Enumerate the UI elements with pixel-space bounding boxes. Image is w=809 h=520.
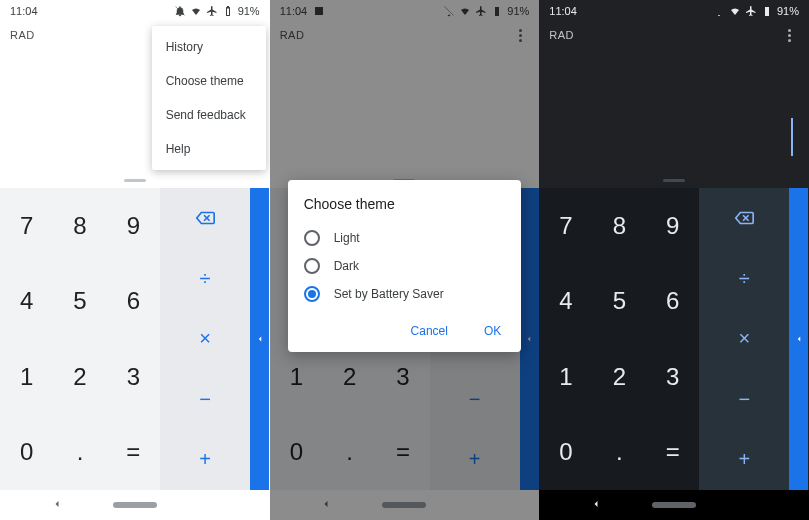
- status-right: 91%: [174, 5, 260, 17]
- digit-7[interactable]: 7: [539, 188, 592, 264]
- theme-option-label: Light: [334, 231, 360, 245]
- equals[interactable]: =: [646, 415, 699, 491]
- bell-off-icon: [713, 5, 725, 17]
- digit-2[interactable]: 2: [53, 339, 106, 415]
- digit-grid: 7 8 9 4 5 6 1 2 3 0 . =: [539, 188, 699, 490]
- menu-item-send-feedback[interactable]: Send feedback: [152, 98, 266, 132]
- phone-light: 11:04 91% RAD History Choose theme Send …: [0, 0, 270, 520]
- digit-4[interactable]: 4: [0, 264, 53, 340]
- status-bar: 11:04 91%: [0, 0, 270, 22]
- text-cursor: [791, 118, 793, 156]
- digit-8[interactable]: 8: [593, 188, 646, 264]
- digit-7[interactable]: 7: [0, 188, 53, 264]
- battery-icon: [222, 5, 234, 17]
- more-menu-button[interactable]: [781, 26, 799, 44]
- advanced-panel-toggle[interactable]: [789, 188, 808, 490]
- display-area[interactable]: [539, 48, 809, 188]
- digit-0[interactable]: 0: [0, 415, 53, 491]
- theme-option-label: Set by Battery Saver: [334, 287, 444, 301]
- drag-handle-icon[interactable]: [663, 179, 685, 182]
- op-multiply[interactable]: ×: [699, 309, 789, 369]
- status-right: 91%: [713, 5, 799, 17]
- radio-icon: [304, 230, 320, 246]
- theme-dialog: Choose theme Light Dark Set by Battery S…: [288, 180, 522, 352]
- menu-item-help[interactable]: Help: [152, 132, 266, 166]
- status-battery-pct: 91%: [777, 5, 799, 17]
- overflow-menu: History Choose theme Send feedback Help: [152, 26, 266, 170]
- chevron-left-icon: [255, 334, 265, 344]
- angle-mode[interactable]: RAD: [10, 29, 35, 41]
- op-divide[interactable]: ÷: [160, 248, 250, 308]
- chevron-left-icon: [794, 334, 804, 344]
- bell-off-icon: [174, 5, 186, 17]
- status-battery-pct: 91%: [238, 5, 260, 17]
- battery-icon: [761, 5, 773, 17]
- wifi-icon: [729, 5, 741, 17]
- dialog-actions: Cancel OK: [304, 318, 506, 344]
- svg-rect-2: [765, 7, 769, 16]
- keypad: 7 8 9 4 5 6 1 2 3 0 . = ÷ × − +: [539, 188, 809, 490]
- digit-1[interactable]: 1: [539, 339, 592, 415]
- radio-selected-icon: [304, 286, 320, 302]
- cancel-button[interactable]: Cancel: [407, 318, 452, 344]
- op-plus[interactable]: +: [160, 430, 250, 490]
- ok-button[interactable]: OK: [480, 318, 505, 344]
- back-icon[interactable]: [590, 496, 602, 514]
- airplane-icon: [206, 5, 218, 17]
- digit-2[interactable]: 2: [593, 339, 646, 415]
- menu-item-history[interactable]: History: [152, 30, 266, 64]
- operator-column: ÷ × − +: [699, 188, 789, 490]
- home-pill[interactable]: [652, 502, 696, 508]
- status-time: 11:04: [10, 5, 38, 17]
- op-minus[interactable]: −: [699, 369, 789, 429]
- home-pill[interactable]: [113, 502, 157, 508]
- theme-option-label: Dark: [334, 259, 359, 273]
- digit-9[interactable]: 9: [646, 188, 699, 264]
- digit-9[interactable]: 9: [107, 188, 160, 264]
- op-multiply[interactable]: ×: [160, 309, 250, 369]
- theme-option-light[interactable]: Light: [304, 224, 506, 252]
- menu-item-choose-theme[interactable]: Choose theme: [152, 64, 266, 98]
- keypad: 7 8 9 4 5 6 1 2 3 0 . = ÷ × − +: [0, 188, 270, 490]
- advanced-panel-toggle[interactable]: [250, 188, 269, 490]
- digit-5[interactable]: 5: [593, 264, 646, 340]
- status-time: 11:04: [549, 5, 577, 17]
- digit-3[interactable]: 3: [107, 339, 160, 415]
- angle-mode[interactable]: RAD: [549, 29, 574, 41]
- airplane-icon: [745, 5, 757, 17]
- phone-dark: 11:04 91% RAD 7 8 9 4 5 6 1 2 3 0 . =: [539, 0, 809, 520]
- op-plus[interactable]: +: [699, 430, 789, 490]
- digit-1[interactable]: 1: [0, 339, 53, 415]
- radio-icon: [304, 258, 320, 274]
- decimal-point[interactable]: .: [53, 415, 106, 491]
- digit-0[interactable]: 0: [539, 415, 592, 491]
- system-nav-bar: [539, 490, 809, 520]
- digit-8[interactable]: 8: [53, 188, 106, 264]
- back-icon[interactable]: [51, 496, 63, 514]
- app-header: RAD: [539, 22, 809, 48]
- digit-grid: 7 8 9 4 5 6 1 2 3 0 . =: [0, 188, 160, 490]
- dialog-title: Choose theme: [304, 196, 506, 212]
- wifi-icon: [190, 5, 202, 17]
- equals[interactable]: =: [107, 415, 160, 491]
- delete-icon[interactable]: [699, 188, 789, 248]
- phone-dialog: 11:04 91% RAD 7 8 9 4 5 6 1 2 3 0 .: [270, 0, 540, 520]
- delete-icon[interactable]: [160, 188, 250, 248]
- decimal-point[interactable]: .: [593, 415, 646, 491]
- digit-5[interactable]: 5: [53, 264, 106, 340]
- system-nav-bar: [0, 490, 270, 520]
- theme-option-battery-saver[interactable]: Set by Battery Saver: [304, 280, 506, 308]
- op-divide[interactable]: ÷: [699, 248, 789, 308]
- operator-column: ÷ × − +: [160, 188, 250, 490]
- status-bar: 11:04 91%: [539, 0, 809, 22]
- op-minus[interactable]: −: [160, 369, 250, 429]
- digit-3[interactable]: 3: [646, 339, 699, 415]
- theme-option-dark[interactable]: Dark: [304, 252, 506, 280]
- digit-6[interactable]: 6: [107, 264, 160, 340]
- digit-6[interactable]: 6: [646, 264, 699, 340]
- drag-handle-icon[interactable]: [124, 179, 146, 182]
- digit-4[interactable]: 4: [539, 264, 592, 340]
